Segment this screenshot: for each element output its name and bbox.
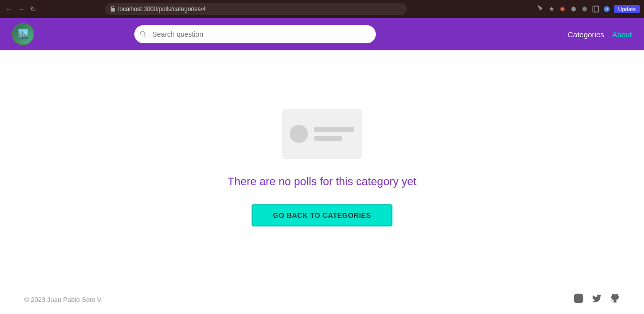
empty-lines [314, 127, 354, 141]
back-to-categories-button[interactable]: GO BACK TO CATEGORIES [252, 204, 392, 226]
svg-point-3 [572, 7, 576, 11]
empty-line-short [314, 136, 342, 141]
browser-nav-buttons: ← → ↻ [4, 4, 38, 14]
extension-icon3[interactable] [581, 5, 589, 13]
main-content: There are no polls for this category yet… [0, 50, 644, 285]
svg-rect-0 [111, 8, 115, 12]
reload-nav-button[interactable]: ↻ [28, 4, 38, 14]
profile-icon[interactable]: U [603, 5, 611, 13]
empty-line-long [314, 127, 354, 132]
search-bar-wrapper [134, 25, 376, 43]
address-bar[interactable]: localhost:3000/polls/categories/4 [105, 3, 407, 15]
empty-illustration [282, 109, 362, 159]
search-container [134, 25, 376, 43]
github-icon[interactable] [610, 293, 620, 306]
svg-text:A: A [562, 8, 564, 11]
app-footer: © 2023 Juan Pablo Soto V. [0, 285, 644, 314]
footer-social [574, 293, 620, 306]
update-button[interactable]: Update [614, 5, 639, 13]
svg-rect-5 [593, 6, 599, 12]
main-nav: Categories About [568, 30, 632, 39]
footer-copyright: © 2023 Juan Pablo Soto V. [24, 296, 103, 303]
app-logo[interactable]: 🏙️ [12, 23, 34, 45]
empty-message: There are no polls for this category yet [227, 175, 416, 188]
browser-toolbar-right: ★ A U Update [536, 5, 639, 13]
empty-avatar-shape [290, 125, 308, 143]
svg-point-12 [577, 296, 581, 300]
svg-text:U: U [606, 8, 608, 11]
instagram-icon[interactable] [574, 293, 584, 306]
browser-chrome: ← → ↻ localhost:3000/polls/categories/4 … [0, 0, 644, 18]
search-icon [139, 30, 146, 39]
svg-point-13 [580, 295, 582, 297]
lock-icon [110, 6, 115, 13]
svg-line-10 [144, 35, 145, 36]
svg-point-9 [140, 31, 144, 35]
nav-link-categories[interactable]: Categories [568, 30, 604, 39]
forward-nav-button[interactable]: → [16, 4, 26, 14]
back-nav-button[interactable]: ← [4, 4, 14, 14]
search-input[interactable] [134, 25, 376, 43]
share-icon[interactable] [536, 5, 544, 13]
logo-image: 🏙️ [13, 24, 33, 44]
extension-icon2[interactable] [570, 5, 578, 13]
twitter-icon[interactable] [592, 293, 602, 306]
sidebar-toggle-icon[interactable] [592, 5, 600, 13]
app-header: 🏙️ Categories About [0, 18, 644, 50]
bookmark-icon[interactable]: ★ [547, 5, 555, 13]
svg-point-4 [583, 7, 587, 11]
nav-link-about[interactable]: About [612, 30, 632, 39]
url-text: localhost:3000/polls/categories/4 [118, 6, 206, 13]
extension-icon1[interactable]: A [558, 5, 567, 13]
